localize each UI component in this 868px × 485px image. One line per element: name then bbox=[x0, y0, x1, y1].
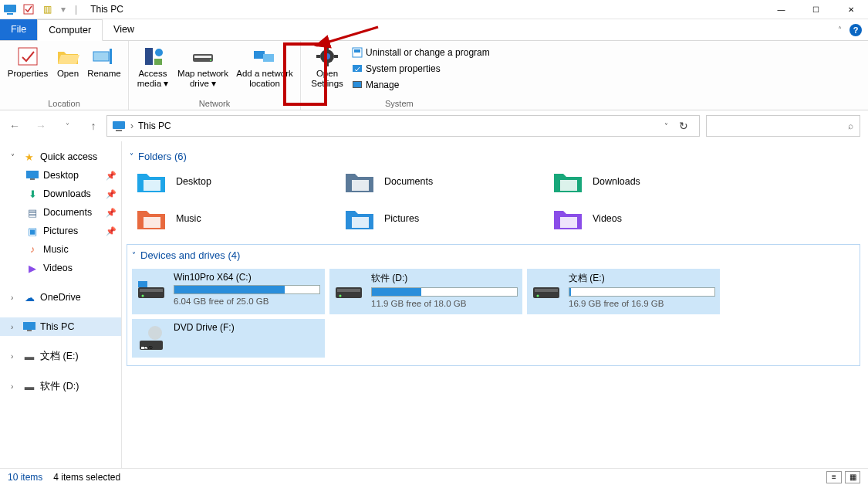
svg-rect-28 bbox=[26, 171, 39, 178]
folder-item[interactable]: Documents bbox=[343, 167, 535, 196]
tab-view[interactable]: View bbox=[103, 19, 145, 40]
rename-button[interactable]: Rename bbox=[85, 42, 123, 79]
properties-qat-icon[interactable] bbox=[22, 2, 35, 16]
sidebar-onedrive[interactable]: › ☁ OneDrive bbox=[0, 288, 121, 307]
folder-label: Pictures bbox=[384, 213, 419, 224]
chevron-down-icon[interactable]: ˅ bbox=[11, 153, 19, 161]
sidebar-desktop[interactable]: Desktop📌 bbox=[0, 166, 121, 185]
ribbon-tabs: File Computer View ˄ ? bbox=[0, 19, 868, 41]
address-bar[interactable]: › This PC ˅ ↻ bbox=[106, 115, 700, 137]
drive-icon: DVD bbox=[137, 322, 166, 351]
pin-icon: 📌 bbox=[106, 171, 117, 181]
ribbon-group-location: Properties Open Rename Location bbox=[0, 41, 129, 110]
this-pc-icon bbox=[3, 2, 17, 16]
drives-section-header[interactable]: ˅ Devices and drives (4) bbox=[127, 245, 860, 266]
chevron-right-icon[interactable]: › bbox=[11, 352, 19, 361]
svg-rect-8 bbox=[154, 59, 162, 65]
drive-item[interactable]: 软件 (D:)11.9 GB free of 18.0 GB bbox=[329, 269, 522, 314]
map-network-drive-button[interactable]: Map network drive ▾ bbox=[172, 42, 234, 89]
breadcrumb-this-pc[interactable]: This PC bbox=[138, 120, 171, 131]
svg-rect-43 bbox=[337, 289, 360, 292]
folder-icon bbox=[136, 205, 167, 232]
up-button[interactable]: ↑ bbox=[86, 120, 100, 132]
forward-button[interactable]: → bbox=[34, 120, 48, 132]
svg-point-48 bbox=[148, 326, 162, 340]
folder-label: Music bbox=[176, 213, 201, 224]
drive-item[interactable]: Win10Pro X64 (C:)6.04 GB free of 25.0 GB bbox=[132, 269, 325, 314]
document-icon: ▤ bbox=[26, 206, 39, 219]
close-button[interactable]: ✕ bbox=[833, 0, 868, 19]
maximize-button[interactable]: ☐ bbox=[799, 0, 833, 19]
sidebar-pictures[interactable]: ▣ Pictures📌 bbox=[0, 222, 121, 240]
svg-rect-6 bbox=[145, 48, 153, 65]
details-view-button[interactable]: ≡ bbox=[826, 471, 842, 483]
drive-item[interactable]: 文档 (E:)16.9 GB free of 16.9 GB bbox=[527, 269, 720, 314]
this-pc-icon bbox=[23, 321, 35, 333]
chevron-down-icon: ˅ bbox=[130, 152, 133, 161]
folder-item[interactable]: Pictures bbox=[343, 204, 535, 233]
folder-item[interactable]: Music bbox=[134, 204, 327, 233]
svg-rect-34 bbox=[560, 180, 577, 191]
sidebar-drive-e[interactable]: › ▬ 文档 (E:) bbox=[0, 347, 121, 366]
minimize-button[interactable]: — bbox=[764, 0, 799, 19]
uninstall-program-button[interactable]: Uninstall or change a program bbox=[349, 46, 493, 59]
drive-icon bbox=[532, 272, 561, 301]
svg-rect-30 bbox=[23, 322, 35, 330]
system-properties-button[interactable]: System properties bbox=[349, 62, 493, 76]
minimize-ribbon-icon[interactable]: ˄ bbox=[838, 25, 842, 34]
drive-label: 文档 (E:) bbox=[569, 272, 715, 285]
access-media-button[interactable]: Access media ▾ bbox=[133, 42, 172, 89]
music-icon: ♪ bbox=[26, 243, 39, 256]
qat-dropdown-icon[interactable]: ▾ bbox=[61, 4, 66, 15]
drive-icon bbox=[137, 272, 166, 301]
sidebar-drive-d[interactable]: › ▬ 软件 (D:) bbox=[0, 377, 121, 396]
manage-button[interactable]: Manage bbox=[349, 78, 493, 92]
svg-rect-1 bbox=[7, 13, 13, 15]
sidebar-music[interactable]: ♪ Music bbox=[0, 240, 121, 259]
tab-file[interactable]: File bbox=[0, 19, 37, 40]
refresh-button[interactable]: ↻ bbox=[673, 120, 694, 132]
navigation-bar: ← → ˅ ↑ › This PC ˅ ↻ ⌕ bbox=[0, 110, 868, 141]
tab-computer[interactable]: Computer bbox=[37, 19, 103, 41]
media-server-icon bbox=[140, 46, 166, 67]
chevron-right-icon[interactable]: › bbox=[11, 323, 19, 331]
help-icon[interactable]: ? bbox=[849, 24, 862, 36]
ribbon-group-system: Open Settings Uninstall or change a prog… bbox=[301, 41, 498, 110]
quick-access-toolbar: ▥ ▾ | This PC bbox=[0, 2, 123, 16]
back-button[interactable]: ← bbox=[8, 120, 22, 132]
folders-section-header[interactable]: ˅ Folders (6) bbox=[127, 146, 860, 167]
svg-rect-31 bbox=[27, 330, 32, 331]
sidebar-downloads[interactable]: ⬇ Downloads📌 bbox=[0, 185, 121, 203]
sidebar-documents[interactable]: ▤ Documents📌 bbox=[0, 203, 121, 222]
capacity-bar bbox=[569, 287, 715, 297]
properties-button[interactable]: Properties bbox=[5, 42, 51, 79]
folder-item[interactable]: Desktop bbox=[134, 167, 327, 196]
folder-item[interactable]: Downloads bbox=[551, 167, 744, 196]
search-input[interactable]: ⌕ bbox=[706, 115, 860, 137]
drive-label: DVD Drive (F:) bbox=[174, 322, 320, 333]
svg-rect-36 bbox=[352, 217, 369, 228]
svg-rect-41 bbox=[138, 281, 147, 287]
open-button[interactable]: Open bbox=[51, 42, 85, 79]
svg-rect-26 bbox=[113, 121, 125, 129]
properties-icon bbox=[15, 46, 41, 67]
new-folder-qat-icon[interactable]: ▥ bbox=[40, 2, 54, 16]
address-dropdown-icon[interactable]: ˅ bbox=[664, 122, 668, 131]
svg-rect-5 bbox=[110, 49, 112, 64]
recent-locations-icon[interactable]: ˅ bbox=[60, 122, 74, 131]
drive-item[interactable]: DVD DVD Drive (F:) bbox=[132, 319, 325, 358]
folder-icon bbox=[344, 205, 375, 232]
chevron-right-icon[interactable]: › bbox=[11, 293, 19, 302]
sidebar-this-pc[interactable]: › This PC bbox=[0, 317, 121, 336]
tiles-view-button[interactable]: ▦ bbox=[845, 471, 860, 483]
folder-icon bbox=[136, 168, 167, 195]
status-bar: 10 items 4 items selected ≡ ▦ bbox=[0, 468, 868, 485]
sidebar-videos[interactable]: ▶ Videos bbox=[0, 259, 121, 277]
sidebar-quick-access[interactable]: ˅ ★ Quick access bbox=[0, 148, 121, 166]
folder-item[interactable]: Videos bbox=[551, 204, 744, 233]
pin-icon: 📌 bbox=[106, 189, 117, 199]
chevron-right-icon[interactable]: › bbox=[11, 382, 19, 391]
svg-point-11 bbox=[210, 59, 211, 61]
svg-rect-10 bbox=[194, 56, 211, 58]
folder-open-icon bbox=[55, 46, 81, 67]
